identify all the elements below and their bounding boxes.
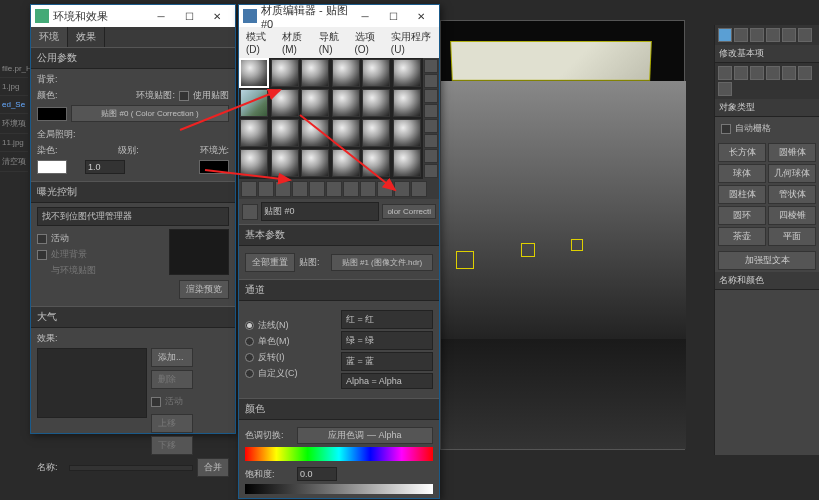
close-button[interactable]: ✕ [203,5,231,27]
show-end-icon[interactable] [394,181,410,197]
sample-slot[interactable] [271,59,299,87]
modify-tab-icon[interactable] [734,28,748,42]
sample-slot[interactable] [301,89,329,117]
effects-listbox[interactable] [37,348,147,418]
movedown-button[interactable]: 下移 [151,436,193,455]
color-header[interactable]: 颜色 [239,398,439,420]
autogrid-checkbox[interactable] [721,124,731,134]
sample-slot[interactable] [362,89,390,117]
env-map-button[interactable]: 贴图 #0 ( Color Correction ) [71,105,229,122]
put-to-scene-icon[interactable] [258,181,274,197]
hierarchy-tab-icon[interactable] [750,28,764,42]
invert-radio[interactable] [245,353,254,362]
strip-item[interactable]: 11.jpg [0,134,28,152]
sample-slot[interactable] [240,59,268,87]
teapot-button[interactable]: 茶壶 [718,227,766,246]
display-tab-icon[interactable] [782,28,796,42]
go-parent-icon[interactable] [411,181,427,197]
env-tab-environment[interactable]: 环境 [31,27,68,47]
saturation-input[interactable]: 0.0 [297,467,337,481]
sample-slot[interactable] [393,89,421,117]
sample-slot[interactable] [271,149,299,177]
menu-mode[interactable]: 模式(D) [241,28,277,57]
active-checkbox[interactable] [37,234,47,244]
copy-icon[interactable] [309,181,325,197]
sample-slot[interactable] [271,119,299,147]
hue-slider[interactable] [245,447,433,461]
map-name-field[interactable]: 贴图 #0 [261,202,379,221]
source-map-button[interactable]: 贴图 #1 (图像文件.hdr) [331,254,433,271]
video-check-icon[interactable] [424,119,438,133]
sample-slot[interactable] [301,149,329,177]
gizmo-box[interactable] [521,243,535,257]
sample-slot[interactable] [271,89,299,117]
strip-item[interactable]: 1.jpg [0,78,28,96]
mono-radio[interactable] [245,337,254,346]
select-icon[interactable] [424,164,438,178]
sample-slot[interactable] [332,119,360,147]
textplus-button[interactable]: 加强型文本 [718,251,816,270]
usemap-checkbox[interactable] [179,91,189,101]
blue-channel-dropdown[interactable]: 蓝 = 蓝 [341,352,433,371]
sample-slot[interactable] [301,59,329,87]
normal-radio[interactable] [245,321,254,330]
lights-icon[interactable] [750,66,764,80]
pyramid-button[interactable]: 四棱锥 [768,206,816,225]
sample-uv-icon[interactable] [424,104,438,118]
level-input[interactable]: 1.0 [85,160,125,174]
alpha-channel-dropdown[interactable]: Alpha = Alpha [341,373,433,389]
add-button[interactable]: 添加... [151,348,193,367]
sample-slot[interactable] [362,119,390,147]
red-channel-dropdown[interactable]: 红 = 红 [341,310,433,329]
systems-icon[interactable] [718,82,732,96]
gizmo-box[interactable] [456,251,474,269]
helpers-icon[interactable] [782,66,796,80]
sample-slot[interactable] [362,59,390,87]
sample-slot[interactable] [240,149,268,177]
moveup-button[interactable]: 上移 [151,414,193,433]
shapes-icon[interactable] [734,66,748,80]
strip-item[interactable]: 清空项 [0,152,28,172]
motion-tab-icon[interactable] [766,28,780,42]
box-button[interactable]: 长方体 [718,143,766,162]
common-params-header[interactable]: 公用参数 [31,47,235,69]
3d-viewport[interactable] [440,20,685,450]
mat-minimize-button[interactable]: ─ [351,5,379,27]
torus-button[interactable]: 圆环 [718,206,766,225]
cone-button[interactable]: 圆锥体 [768,143,816,162]
create-tab-icon[interactable] [718,28,732,42]
render-preview-button[interactable]: 渲染预览 [179,280,229,299]
plane-button[interactable]: 平面 [768,227,816,246]
menu-options[interactable]: 选项(O) [350,28,386,57]
sample-slot[interactable] [393,149,421,177]
active2-checkbox[interactable] [151,397,161,407]
sample-slot[interactable] [332,59,360,87]
material-id-icon[interactable] [360,181,376,197]
reset-icon[interactable] [292,181,308,197]
atmosphere-header[interactable]: 大气 [31,306,235,328]
sample-slot[interactable] [393,59,421,87]
menu-navigate[interactable]: 导航(N) [314,28,350,57]
cylinder-button[interactable]: 圆柱体 [718,185,766,204]
ambient-swatch[interactable] [199,160,229,174]
preview-icon[interactable] [424,134,438,148]
spacewarps-icon[interactable] [798,66,812,80]
procbg-checkbox[interactable] [37,250,47,260]
env-tab-effects[interactable]: 效果 [68,27,105,47]
geometry-icon[interactable] [718,66,732,80]
env-titlebar[interactable]: 环境和效果 ─ ☐ ✕ [31,5,235,27]
green-channel-dropdown[interactable]: 绿 = 绿 [341,331,433,350]
sphere-button[interactable]: 球体 [718,164,766,183]
show-map-icon[interactable] [377,181,393,197]
bg-color-swatch[interactable] [37,107,67,121]
sample-slot[interactable] [240,89,268,117]
make-unique-icon[interactable] [326,181,342,197]
put-library-icon[interactable] [343,181,359,197]
backlight-icon[interactable] [424,74,438,88]
utilities-tab-icon[interactable] [798,28,812,42]
menu-utilities[interactable]: 实用程序(U) [386,28,437,57]
basic-params-header[interactable]: 基本参数 [239,224,439,246]
custom-radio[interactable] [245,369,254,378]
nav-back-icon[interactable] [242,204,258,220]
menu-material[interactable]: 材质(M) [277,28,314,57]
